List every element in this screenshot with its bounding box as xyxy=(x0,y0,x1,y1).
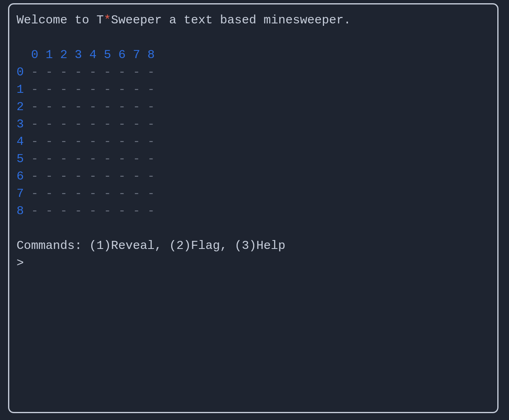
cell[interactable]: - xyxy=(147,100,155,114)
row-label: 8 xyxy=(17,204,24,218)
cell[interactable]: - xyxy=(60,135,67,148)
column-headers: 0 1 2 3 4 5 6 7 8 xyxy=(17,48,155,62)
cell[interactable]: - xyxy=(60,117,67,131)
cell[interactable]: - xyxy=(75,152,82,166)
grid-row: 0 - - - - - - - - - xyxy=(17,65,155,79)
cell[interactable]: - xyxy=(75,187,82,201)
row-label: 4 xyxy=(17,135,24,148)
prompt[interactable]: > xyxy=(17,256,24,270)
cell[interactable]: - xyxy=(60,152,67,166)
cell[interactable]: - xyxy=(31,65,38,79)
cell[interactable]: - xyxy=(133,152,140,166)
cell[interactable]: - xyxy=(31,169,38,183)
col-header: 3 xyxy=(75,48,82,62)
row-label: 6 xyxy=(17,169,24,183)
cell[interactable]: - xyxy=(147,152,155,166)
grid-row: 2 - - - - - - - - - xyxy=(17,100,155,114)
cell[interactable]: - xyxy=(133,187,140,201)
cell[interactable]: - xyxy=(75,204,82,218)
cell[interactable]: - xyxy=(60,65,67,79)
cell[interactable]: - xyxy=(118,187,126,201)
cell[interactable]: - xyxy=(133,135,140,148)
cell[interactable]: - xyxy=(60,187,67,201)
cell[interactable]: - xyxy=(89,152,96,166)
cell[interactable]: - xyxy=(104,135,111,148)
col-header: 0 xyxy=(31,48,38,62)
cell[interactable]: - xyxy=(46,187,53,201)
grid-row: 4 - - - - - - - - - xyxy=(17,135,155,148)
cell[interactable]: - xyxy=(46,117,53,131)
cell[interactable]: - xyxy=(60,204,67,218)
cell[interactable]: - xyxy=(46,100,53,114)
cell[interactable]: - xyxy=(60,169,67,183)
cell[interactable]: - xyxy=(118,169,126,183)
cell[interactable]: - xyxy=(31,152,38,166)
cell[interactable]: - xyxy=(31,187,38,201)
cell[interactable]: - xyxy=(104,100,111,114)
cell[interactable]: - xyxy=(104,204,111,218)
cell[interactable]: - xyxy=(118,83,126,96)
cell[interactable]: - xyxy=(133,117,140,131)
cell[interactable]: - xyxy=(118,65,126,79)
cell[interactable]: - xyxy=(89,100,96,114)
cell[interactable]: - xyxy=(75,117,82,131)
cell[interactable]: - xyxy=(89,169,96,183)
cell[interactable]: - xyxy=(46,65,53,79)
cell[interactable]: - xyxy=(31,100,38,114)
cell[interactable]: - xyxy=(46,152,53,166)
cell[interactable]: - xyxy=(46,135,53,148)
grid-row: 8 - - - - - - - - - xyxy=(17,204,155,218)
cell[interactable]: - xyxy=(147,204,155,218)
cell[interactable]: - xyxy=(89,65,96,79)
cell[interactable]: - xyxy=(104,65,111,79)
cell[interactable]: - xyxy=(118,152,126,166)
row-label: 1 xyxy=(17,83,24,96)
title-prefix: Welcome to T xyxy=(17,13,104,27)
cell[interactable]: - xyxy=(31,204,38,218)
cell[interactable]: - xyxy=(89,204,96,218)
cell[interactable]: - xyxy=(147,135,155,148)
cell[interactable]: - xyxy=(118,204,126,218)
cell[interactable]: - xyxy=(147,187,155,201)
cell[interactable]: - xyxy=(104,117,111,131)
cell[interactable]: - xyxy=(147,169,155,183)
cell[interactable]: - xyxy=(89,117,96,131)
cell[interactable]: - xyxy=(118,100,126,114)
cell[interactable]: - xyxy=(118,135,126,148)
cell[interactable]: - xyxy=(75,169,82,183)
cell[interactable]: - xyxy=(104,152,111,166)
cell[interactable]: - xyxy=(147,117,155,131)
commands-line: Commands: (1)Reveal, (2)Flag, (3)Help xyxy=(17,239,285,253)
cell[interactable]: - xyxy=(31,135,38,148)
cell[interactable]: - xyxy=(46,169,53,183)
cell[interactable]: - xyxy=(31,117,38,131)
cell[interactable]: - xyxy=(104,83,111,96)
cell[interactable]: - xyxy=(75,83,82,96)
cell[interactable]: - xyxy=(75,135,82,148)
cell[interactable]: - xyxy=(104,169,111,183)
cell[interactable]: - xyxy=(75,65,82,79)
row-label: 3 xyxy=(17,117,24,131)
cell[interactable]: - xyxy=(31,83,38,96)
col-header: 4 xyxy=(89,48,96,62)
cell[interactable]: - xyxy=(133,65,140,79)
cell[interactable]: - xyxy=(46,204,53,218)
cell[interactable]: - xyxy=(133,100,140,114)
cell[interactable]: - xyxy=(89,135,96,148)
cell[interactable]: - xyxy=(133,83,140,96)
cell[interactable]: - xyxy=(118,117,126,131)
cell[interactable]: - xyxy=(89,83,96,96)
cell[interactable]: - xyxy=(60,83,67,96)
cell[interactable]: - xyxy=(133,204,140,218)
cell[interactable]: - xyxy=(104,187,111,201)
star-icon: * xyxy=(104,13,111,27)
cell[interactable]: - xyxy=(89,187,96,201)
cell[interactable]: - xyxy=(46,83,53,96)
col-header: 8 xyxy=(147,48,155,62)
cell[interactable]: - xyxy=(147,83,155,96)
row-label: 0 xyxy=(17,65,24,79)
cell[interactable]: - xyxy=(147,65,155,79)
cell[interactable]: - xyxy=(75,100,82,114)
cell[interactable]: - xyxy=(60,100,67,114)
cell[interactable]: - xyxy=(133,169,140,183)
